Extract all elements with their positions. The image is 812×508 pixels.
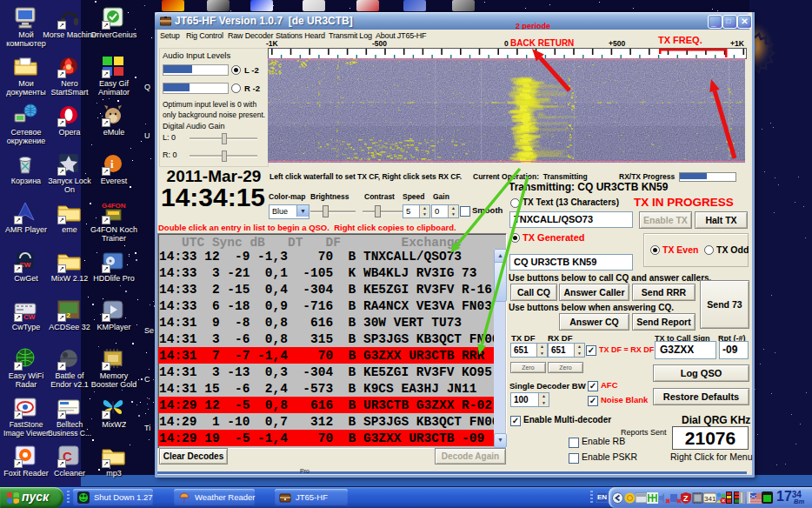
svg-text:G4FON: G4FON: [102, 202, 126, 210]
svg-text:Z: Z: [683, 494, 689, 503]
svg-text:i: i: [110, 157, 114, 170]
svg-text:CW: CW: [23, 313, 36, 321]
